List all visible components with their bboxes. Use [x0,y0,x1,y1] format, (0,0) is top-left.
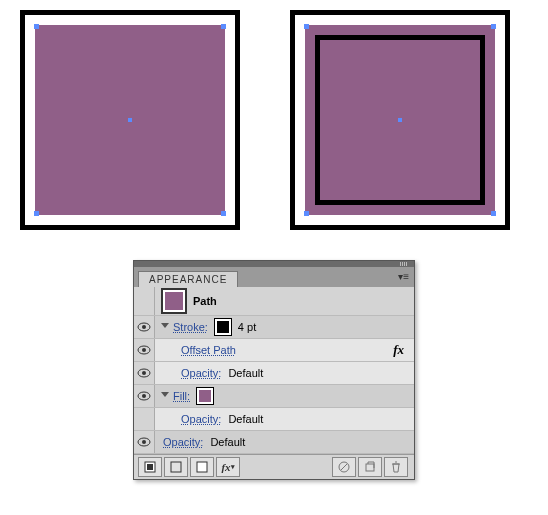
svg-point-9 [142,440,146,444]
disclosure-triangle[interactable] [161,392,169,401]
selection-handle[interactable] [34,24,39,29]
duplicate-item-button[interactable] [358,457,382,477]
selection-handle[interactable] [221,211,226,216]
center-point[interactable] [128,118,132,122]
eye-icon [137,322,151,332]
opacity-link[interactable]: Opacity: [181,367,221,379]
clear-appearance-button[interactable] [332,457,356,477]
selection-handle[interactable] [304,24,309,29]
artwork-square-right[interactable] [290,10,510,230]
new-stroke-button[interactable] [164,457,188,477]
appearance-panel: APPEARANCE ▾≡ Path Stroke: 4 pt O [133,260,415,480]
svg-point-3 [142,348,146,352]
selection-handle[interactable] [491,211,496,216]
effect-indicator-icon[interactable]: fx [393,342,404,358]
selection-handle[interactable] [491,24,496,29]
fill-link[interactable]: Fill: [173,390,190,402]
fx-label: fx [221,461,230,473]
eye-icon [137,437,151,447]
selection-handle[interactable] [304,211,309,216]
object-thumbnail [161,288,187,314]
visibility-col-blank [134,408,155,430]
svg-point-7 [142,394,146,398]
stroke-swatch[interactable] [214,318,232,336]
selection-handle[interactable] [34,211,39,216]
new-fill-button[interactable] [190,457,214,477]
opacity-link[interactable]: Opacity: [181,413,221,425]
eye-icon [137,368,151,378]
svg-point-5 [142,371,146,375]
svg-line-15 [341,464,347,470]
visibility-toggle[interactable] [134,316,155,338]
svg-rect-13 [197,462,207,472]
visibility-toggle[interactable] [134,339,155,361]
appearance-tab[interactable]: APPEARANCE [138,271,238,287]
center-point[interactable] [398,118,402,122]
delete-item-button[interactable] [384,457,408,477]
panel-footer: fx▾ [134,454,414,479]
svg-rect-11 [147,464,153,470]
fill-opacity-row[interactable]: Opacity: Default [134,408,414,431]
visibility-toggle[interactable] [134,362,155,384]
svg-rect-16 [366,464,374,471]
disclosure-triangle[interactable] [161,323,169,332]
opacity-value: Default [210,436,245,448]
fill-row[interactable]: Fill: [134,385,414,408]
offset-path-link[interactable]: Offset Path [181,344,236,356]
opacity-value: Default [228,367,263,379]
stroke-row[interactable]: Stroke: 4 pt [134,316,414,339]
panel-menu-icon[interactable]: ▾≡ [398,271,409,282]
stroke-weight-value[interactable]: 4 pt [238,321,256,333]
panel-tab-row: APPEARANCE ▾≡ [134,267,414,287]
selection-handle[interactable] [221,24,226,29]
new-art-basic-button[interactable] [138,457,162,477]
artwork-square-left[interactable] [20,10,240,230]
stroke-link[interactable]: Stroke: [173,321,208,333]
eye-icon [137,391,151,401]
svg-point-1 [142,325,146,329]
object-row[interactable]: Path [134,287,414,316]
fill-swatch[interactable] [196,387,214,405]
stroke-opacity-row[interactable]: Opacity: Default [134,362,414,385]
svg-rect-12 [171,462,181,472]
visibility-col-blank [134,287,155,315]
visibility-toggle[interactable] [134,431,155,453]
eye-icon [137,345,151,355]
offset-path-row[interactable]: Offset Path fx [134,339,414,362]
opacity-value: Default [228,413,263,425]
object-opacity-row[interactable]: Opacity: Default [134,431,414,454]
visibility-toggle[interactable] [134,385,155,407]
add-effect-button[interactable]: fx▾ [216,457,240,477]
opacity-link[interactable]: Opacity: [163,436,203,448]
object-type-label: Path [193,295,217,307]
